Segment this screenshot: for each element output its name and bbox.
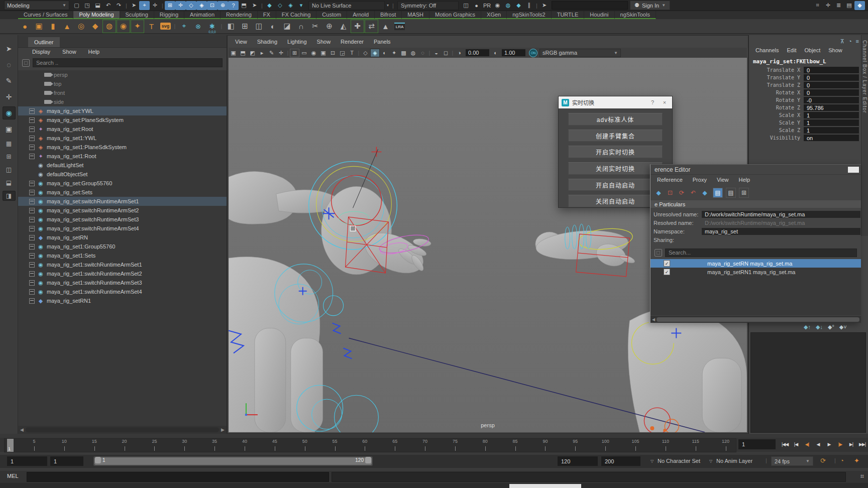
expand-toggle-icon[interactable] bbox=[29, 190, 35, 195]
gamma-field[interactable]: 1.00 bbox=[502, 49, 525, 56]
expand-toggle-icon[interactable] bbox=[29, 199, 35, 204]
select-object-icon[interactable]: ⌖ bbox=[139, 1, 150, 10]
shelf-tab[interactable]: Animation bbox=[184, 11, 221, 19]
reference-list-item[interactable]: ✓ maya_rig_setRN1 maya_rig_set.ma bbox=[650, 268, 861, 276]
poly-disc-icon[interactable]: ◍ bbox=[102, 20, 116, 33]
multi-cut-icon[interactable]: ✂ bbox=[308, 20, 322, 33]
channel-value-field[interactable]: 0 bbox=[804, 67, 859, 73]
select-camera-icon[interactable]: ▣ bbox=[229, 49, 238, 57]
separator[interactable]: | bbox=[534, 1, 539, 10]
poly-plane-icon[interactable]: ◆ bbox=[88, 20, 102, 33]
snap-curve-icon[interactable]: ✛ bbox=[175, 1, 186, 10]
outliner-row[interactable]: maya_rig_set:switchRuntimeArmSet3 bbox=[18, 215, 227, 224]
separator[interactable]: | bbox=[427, 49, 431, 57]
range-end-handle[interactable] bbox=[365, 457, 371, 463]
use-all-lights-icon[interactable]: ✦ bbox=[389, 49, 399, 57]
channel-box-layer-editor-tab[interactable]: Channel Box / Layer Editor bbox=[861, 35, 868, 236]
expand-toggle-icon[interactable] bbox=[29, 145, 35, 150]
layout-persp-graph-icon[interactable]: ⬓ bbox=[3, 178, 16, 188]
poly-platonic-icon[interactable]: ◉ bbox=[117, 20, 130, 33]
file-open-icon[interactable]: ◳ bbox=[82, 1, 92, 10]
workspace-grid-icon[interactable]: ⌗ bbox=[812, 1, 823, 10]
character-set-selector[interactable]: No Character Set bbox=[658, 458, 700, 464]
script-editor-icon[interactable]: ⌗ bbox=[860, 472, 864, 480]
shaded-mode-icon[interactable]: ◈ bbox=[370, 49, 380, 57]
combine-icon[interactable]: ⊞ bbox=[238, 20, 252, 33]
render-settings-icon[interactable]: ◍ bbox=[503, 1, 513, 10]
open-render-view-icon[interactable]: ◫ bbox=[461, 1, 471, 10]
privacy-shield-icon[interactable]: ◆ bbox=[854, 1, 865, 10]
expand-toggle-icon[interactable] bbox=[29, 217, 35, 222]
shelf-tab[interactable]: Rendering bbox=[221, 11, 258, 19]
image-plane-icon[interactable]: ✎ bbox=[267, 49, 276, 57]
scroll-right-icon[interactable]: ▶ bbox=[221, 427, 225, 432]
unload-reference-icon[interactable]: ↶ bbox=[688, 188, 698, 198]
make-live-icon[interactable]: ⊕ bbox=[218, 1, 228, 10]
lock-camera-icon[interactable]: ⬒ bbox=[238, 49, 248, 57]
poly-superellipse-icon[interactable]: ✦ bbox=[131, 20, 144, 33]
expand-toggle-icon[interactable] bbox=[29, 208, 35, 213]
particulars-value-field[interactable]: D:/work/switchRuntime/maya_rig_set.ma bbox=[702, 211, 860, 218]
target-weld-icon[interactable]: ⊕ bbox=[322, 20, 336, 33]
snap-release-icon[interactable]: ? bbox=[228, 1, 239, 10]
select-tool-icon[interactable]: ➤ bbox=[3, 42, 16, 55]
loaded-checkbox[interactable]: ✓ bbox=[664, 269, 670, 275]
channel-row[interactable]: Translate Z 0 bbox=[749, 81, 859, 89]
reference-list-item[interactable]: ✓ maya_rig_setRN maya_rig_set.ma bbox=[650, 259, 861, 268]
separator[interactable]: | bbox=[173, 20, 177, 33]
undo-icon[interactable]: ↶ bbox=[103, 1, 114, 10]
outliner-hscrollbar[interactable]: ◀ ▶ bbox=[18, 426, 227, 434]
current-frame-field[interactable]: 1 bbox=[738, 439, 776, 449]
create-arm-set-button[interactable]: 创建手臂集合 bbox=[568, 130, 663, 142]
reference-menu-item[interactable]: Reference bbox=[653, 177, 687, 183]
animation-end-field[interactable]: 200 bbox=[601, 456, 640, 466]
shelf-tab[interactable]: Arnold bbox=[347, 11, 375, 19]
channel-box-menu-item[interactable]: Channels bbox=[752, 47, 782, 53]
shelf-tab[interactable]: FX bbox=[258, 11, 276, 19]
shelf-tab[interactable]: ngSkinTools bbox=[615, 11, 656, 19]
dialog-close-button[interactable]: × bbox=[660, 99, 669, 105]
resolution-gate-icon[interactable]: ◉ bbox=[309, 49, 318, 57]
poly-sphere-icon[interactable]: ● bbox=[18, 20, 32, 33]
expand-toggle-icon[interactable] bbox=[29, 280, 35, 286]
expand-toggle-icon[interactable] bbox=[29, 298, 35, 304]
camera-attributes-icon[interactable]: ◩ bbox=[248, 49, 257, 57]
reference-search-input[interactable]: Search... bbox=[665, 249, 857, 257]
animation-preferences-icon[interactable]: ✦ bbox=[854, 457, 859, 464]
reference-menu-item[interactable]: View bbox=[712, 177, 733, 183]
outliner-row[interactable]: top bbox=[18, 79, 227, 88]
pin-channel-box-icon[interactable]: ⊼ bbox=[840, 38, 844, 45]
expand-toggle-icon[interactable] bbox=[29, 235, 35, 240]
list-view-toggle[interactable]: ▤ bbox=[713, 188, 723, 198]
launch-hypershade-icon[interactable]: ◆ bbox=[513, 1, 524, 10]
outliner-row[interactable]: maya_rig_set1:Sets bbox=[18, 251, 227, 260]
channel-box-menu-item[interactable]: Object bbox=[801, 47, 824, 53]
gate-mask-icon[interactable]: ▣ bbox=[318, 49, 328, 57]
outliner-row[interactable]: defaultLightSet bbox=[18, 161, 227, 170]
expand-toggle-icon[interactable] bbox=[29, 108, 35, 114]
textured-mode-icon[interactable]: ◐ bbox=[380, 49, 389, 57]
fps-dropdown[interactable]: 24 fps ▼ bbox=[771, 456, 813, 466]
quick-select-icon[interactable]: ➤ bbox=[539, 1, 550, 10]
outliner-row[interactable]: maya_rig_set1:switchRuntimeArmSet2 bbox=[18, 269, 227, 278]
mirror-icon[interactable]: ◧ bbox=[224, 20, 238, 33]
playback-start-field[interactable]: 1 bbox=[50, 456, 83, 466]
expand-toggle-icon[interactable] bbox=[29, 117, 35, 123]
particulars-value-field[interactable]: D:/work/switchRuntime/maya_rig_set.ma bbox=[702, 219, 860, 226]
channel-row[interactable]: Visibility on bbox=[749, 134, 859, 142]
channel-row[interactable]: Rotate X 0 bbox=[749, 89, 859, 96]
outliner-row[interactable]: maya_rig_set1:YWL bbox=[18, 134, 227, 143]
viewport-menu-item[interactable]: Show bbox=[312, 39, 336, 47]
shelf-tab[interactable]: FX Caching bbox=[276, 11, 316, 19]
channel-value-field[interactable]: 0 bbox=[804, 74, 859, 81]
shelf-tab[interactable]: Bifrost bbox=[375, 11, 402, 19]
channel-row[interactable]: Translate X 0 bbox=[749, 66, 859, 74]
selection-highlight-icon[interactable]: ➤ bbox=[249, 1, 260, 10]
outliner-row[interactable]: maya_rig_setRN1 bbox=[18, 296, 227, 305]
move-tool-icon[interactable]: ✛ bbox=[3, 90, 16, 103]
separator[interactable]: | bbox=[220, 20, 224, 33]
outliner-row[interactable]: maya_rig_set:switchRuntimeArmSet4 bbox=[18, 224, 227, 233]
lra-toggle-icon[interactable]: LRA bbox=[393, 20, 406, 33]
outliner-row[interactable]: maya_rig_set1:Group55760 bbox=[18, 242, 227, 251]
redo-icon[interactable]: ↷ bbox=[114, 1, 124, 10]
